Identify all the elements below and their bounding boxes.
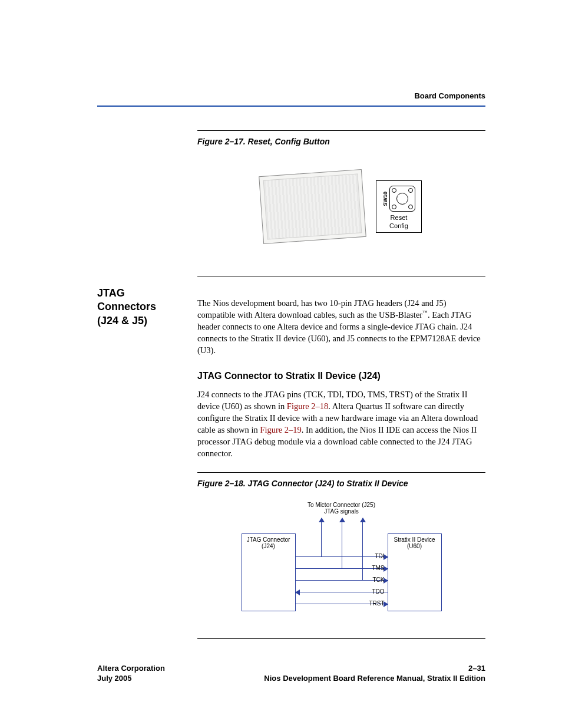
signal-label-tck: TCK [373,577,385,583]
text-line: JTAG Connector [242,536,295,543]
signal-label-tdi: TDI [375,553,384,559]
figure-rule [197,472,485,473]
figure-link-2-18[interactable]: Figure 2–18 [287,401,328,411]
switch-callout: SW10 Reset Config [376,180,422,232]
signal-label-trst: TRST [369,600,384,607]
figure-caption: Figure 2–17. Reset, Config Button [197,137,485,146]
intro-paragraph: The Nios development board, has two 10-p… [197,297,485,356]
sidebar: JTAG Connectors (J24 & J5) [97,130,180,660]
footer-company: Altera Corporation [97,663,165,674]
figure-rule [197,276,485,276]
switch-label-line2: Config [382,222,416,230]
figure-2-17-image: SW10 Reset Config [197,155,485,258]
footer-left: Altera Corporation July 2005 [97,663,165,684]
footer-right: 2–31 Nios Development Board Reference Ma… [264,663,485,684]
signal-label-tdo: TDO [372,588,384,595]
figure-rule [197,638,485,639]
text-line: Stratix II Device [388,536,441,543]
text-line: JTAG signals [308,508,375,515]
text-line: (J24) [242,543,295,550]
diagram-left-box: JTAG Connector (J24) [242,533,296,611]
figure-caption: Figure 2–18. JTAG Connector (J24) to Str… [197,479,485,488]
button-icon [389,186,415,212]
main-column: Figure 2–17. Reset, Config Button SW10 [197,130,485,660]
subheading-jtag-j24: JTAG Connector to Stratix II Device (J24… [197,371,485,381]
arrow-line [321,518,322,557]
switch-label-line1: Reset [382,214,416,222]
footer-date: July 2005 [97,673,165,684]
figure-link-2-19[interactable]: Figure 2–19 [260,425,301,434]
running-header: Board Components [97,91,485,100]
figure-rule [197,130,485,131]
text-line: (U60) [388,543,441,550]
text-line: To Mictor Connector (J25) [308,502,375,509]
page: Board Components JTAG Connectors (J24 & … [0,0,562,660]
arrow-line [362,518,363,581]
figure-2-18-image: To Mictor Connector (J25) JTAG signals J… [197,497,485,621]
arrow-line [342,518,343,569]
signal-line-tdi [296,556,388,558]
footer-manual-title: Nios Development Board Reference Manual,… [264,673,485,684]
footer-page-number: 2–31 [264,663,485,674]
text-run: The Nios development board, has two 10-p… [197,298,446,319]
diagram-top-label: To Mictor Connector (J25) JTAG signals [308,502,375,515]
diagram-right-box: Stratix II Device (U60) [388,533,442,611]
figure-2-17: Figure 2–17. Reset, Config Button SW10 [197,130,485,276]
switch-id-label: SW10 [382,192,389,206]
content-columns: JTAG Connectors (J24 & J5) Figure 2–17. … [97,130,485,660]
body-paragraph: J24 connects to the JTAG pins (TCK, TDI,… [197,388,485,459]
header-rule [97,106,485,107]
section-heading-jtag-connectors: JTAG Connectors (J24 & J5) [97,286,180,328]
board-illustration [259,169,366,244]
figure-2-18: Figure 2–18. JTAG Connector (J24) to Str… [197,472,485,639]
page-footer: Altera Corporation July 2005 2–31 Nios D… [97,663,485,684]
trademark-symbol: ™ [422,309,428,315]
jtag-diagram: To Mictor Connector (J25) JTAG signals J… [242,502,442,617]
signal-label-tms: TMS [372,565,384,571]
